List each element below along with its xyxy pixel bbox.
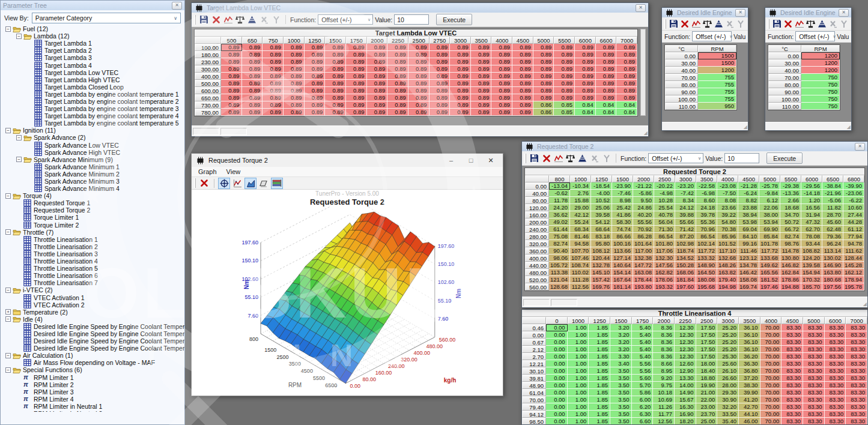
table-cell[interactable]: 0.89 xyxy=(305,51,326,58)
table-cell[interactable]: 134.52 xyxy=(675,255,696,262)
tree-item[interactable]: Target Lambda Closed Loop xyxy=(1,83,184,91)
save-icon[interactable] xyxy=(669,19,679,29)
table-cell[interactable]: 0.89 xyxy=(242,65,263,73)
table-cell[interactable]: 3.50 xyxy=(610,367,632,375)
table-cell[interactable]: 83.30 xyxy=(825,418,846,424)
table-cell[interactable]: 0.85 xyxy=(554,101,575,109)
table-cell[interactable]: 0.00 xyxy=(546,353,568,360)
table-cell[interactable]: 0.89 xyxy=(596,80,617,87)
table-cell[interactable]: 154.14 xyxy=(612,269,633,276)
table-cell[interactable]: 83.30 xyxy=(825,339,846,346)
table-cell[interactable]: 42.70 xyxy=(739,403,760,411)
table-cell[interactable]: 83.30 xyxy=(825,389,846,396)
table-cell[interactable]: 0.89 xyxy=(221,65,242,73)
table-cell[interactable]: 0.89 xyxy=(367,51,388,58)
table-cell[interactable]: 0.86 xyxy=(533,109,554,116)
table-cell[interactable]: 146.82 xyxy=(780,262,801,269)
table-cell[interactable]: 1.00 xyxy=(568,324,589,331)
tree-item[interactable]: Throttle Linearisation 5 xyxy=(1,265,184,272)
table-cell[interactable]: 18.80 xyxy=(696,375,718,382)
table-cell[interactable]: 9.50 xyxy=(633,197,654,204)
tree-item[interactable]: Target Lambda 3 xyxy=(1,54,184,61)
table-cell[interactable]: 90.40 xyxy=(549,247,570,255)
close-icon[interactable]: ✕ xyxy=(735,9,745,17)
table-cell[interactable]: 0.89 xyxy=(346,80,367,87)
tree-item[interactable]: −Spark Advance Minimum (9) xyxy=(1,156,184,163)
tree-item[interactable]: Throttle Linearisation 6 xyxy=(1,272,184,279)
table-cell[interactable]: 54.12 xyxy=(591,219,612,226)
table-cell[interactable]: 24.86 xyxy=(633,204,654,211)
table-cell[interactable]: 113.66 xyxy=(612,247,633,255)
table-cell[interactable]: 0.89 xyxy=(616,51,637,58)
table-cell[interactable]: 25.00 xyxy=(696,418,718,424)
table-cell[interactable]: 22.06 xyxy=(759,204,780,211)
table-cell[interactable]: -13.04 xyxy=(549,182,570,190)
table-cell[interactable]: 12.56 xyxy=(653,418,675,424)
table-cell[interactable]: 0.89 xyxy=(575,73,596,80)
table-cell[interactable]: 3.50 xyxy=(610,389,632,396)
table-cell[interactable]: 167.64 xyxy=(612,276,633,283)
table-cell[interactable]: 0.89 xyxy=(512,73,533,80)
table-cell[interactable]: 83.30 xyxy=(825,331,846,339)
move-icon[interactable] xyxy=(218,178,230,189)
table-cell[interactable]: 0.89 xyxy=(491,58,512,65)
table-cell[interactable]: 0.89 xyxy=(491,94,512,101)
table-cell[interactable]: 150.28 xyxy=(675,262,696,269)
tree-item[interactable]: VTEC Activation 2 xyxy=(1,301,184,309)
table-cell[interactable]: 0.89 xyxy=(616,73,637,80)
table-cell[interactable]: 0.89 xyxy=(471,87,492,94)
table-cell[interactable]: 0.89 xyxy=(242,101,263,109)
table-cell[interactable]: 44.28 xyxy=(843,219,864,226)
idle2-titlebar[interactable]: Desired Idle Engine S... ✕ xyxy=(765,8,851,17)
table-cell[interactable]: 86.54 xyxy=(654,233,675,240)
table-cell[interactable]: 194.98 xyxy=(717,283,738,291)
table-cell[interactable]: 0.89 xyxy=(346,87,367,94)
scales-icon[interactable] xyxy=(565,153,575,163)
table-cell[interactable]: 0.89 xyxy=(346,101,367,109)
tree-item[interactable]: Throttle Linearisation 2 xyxy=(1,243,184,250)
table-cell[interactable]: 0.89 xyxy=(450,87,471,94)
table-cell[interactable]: 69.90 xyxy=(759,226,780,233)
table-cell[interactable]: 0.89 xyxy=(450,65,471,73)
table-cell[interactable]: 0.89 xyxy=(429,94,451,101)
table-cell[interactable]: 117.10 xyxy=(717,247,738,255)
table-cell[interactable]: 15.67 xyxy=(675,396,696,403)
table-cell[interactable]: 1.00 xyxy=(568,396,589,403)
table-cell[interactable]: 178.06 xyxy=(654,276,675,283)
table-cell[interactable]: 83.30 xyxy=(825,324,846,331)
table-cell[interactable]: 0.89 xyxy=(408,109,429,116)
table-cell[interactable]: 10.18 xyxy=(653,389,675,396)
table-cell[interactable]: 1.85 xyxy=(589,346,610,353)
table-cell[interactable]: 1.85 xyxy=(589,382,610,389)
table-cell[interactable]: 29.00 xyxy=(570,204,591,211)
close-icon[interactable]: ✕ xyxy=(855,143,865,151)
table-cell[interactable]: 0.89 xyxy=(284,65,305,73)
table-cell[interactable]: -5.86 xyxy=(633,190,654,197)
view-by-dropdown[interactable]: Parameter Category ∨ xyxy=(32,13,181,23)
value-input[interactable]: 10 xyxy=(724,153,759,163)
table-cell[interactable]: 1.85 xyxy=(589,331,610,339)
collapse-icon[interactable]: − xyxy=(5,288,11,293)
table-cell[interactable]: 149.62 xyxy=(759,262,780,269)
table-cell[interactable]: 755 xyxy=(698,88,736,95)
scales-icon[interactable] xyxy=(235,14,245,25)
table-cell[interactable]: 84.10 xyxy=(738,233,759,240)
table-cell[interactable]: 10.28 xyxy=(654,197,675,204)
table-cell[interactable]: 0.89 xyxy=(429,73,451,80)
toolbar-grip[interactable] xyxy=(524,154,526,163)
table-cell[interactable]: 24.20 xyxy=(549,204,570,211)
table-cell[interactable]: 0.89 xyxy=(367,94,388,101)
table-cell[interactable]: 33.50 xyxy=(717,411,739,418)
table-cell[interactable]: 70.00 xyxy=(760,331,782,339)
table-cell[interactable]: 1.00 xyxy=(568,339,589,346)
table-cell[interactable]: 0.89 xyxy=(221,58,242,65)
table-cell[interactable]: 0.89 xyxy=(596,44,617,51)
table-cell[interactable]: 21.00 xyxy=(696,389,718,396)
table-cell[interactable]: 5.70 xyxy=(632,382,654,389)
table-cell[interactable]: 23.88 xyxy=(738,204,759,211)
table-cell[interactable]: 0.89 xyxy=(554,94,575,101)
table-cell[interactable]: 123.12 xyxy=(738,255,759,262)
table-cell[interactable]: 83.30 xyxy=(803,411,825,418)
table-cell[interactable]: 81.46 xyxy=(570,233,591,240)
table-cell[interactable]: 0.89 xyxy=(325,109,346,116)
